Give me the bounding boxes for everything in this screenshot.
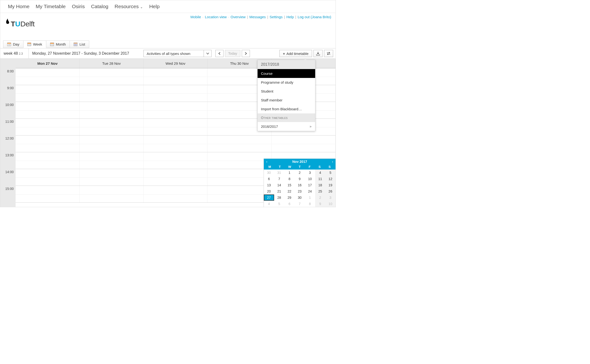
- menu-item-course[interactable]: Course: [258, 69, 315, 78]
- minical-day[interactable]: 27: [264, 195, 274, 201]
- activity-filter[interactable]: Activities of all types shown: [143, 50, 212, 57]
- minical-day[interactable]: 20: [264, 188, 274, 195]
- minical-day[interactable]: 3: [305, 169, 315, 176]
- nav-my-home[interactable]: My Home: [8, 4, 30, 9]
- calendar-day-icon: 10: [7, 43, 11, 46]
- day-header-wed: Wed 29 Nov: [144, 59, 208, 68]
- minical-day[interactable]: 8: [284, 176, 295, 182]
- minical-day[interactable]: 26: [325, 188, 336, 195]
- minical-day[interactable]: 18: [315, 182, 325, 188]
- toolbar: week 482.3 Monday, 27 November 2017 - Su…: [0, 48, 336, 59]
- minical-prev-button[interactable]: ‹: [266, 160, 267, 163]
- minical-day[interactable]: 10: [305, 176, 315, 182]
- minical-day[interactable]: 2: [315, 195, 325, 201]
- menu-item-prev-year[interactable]: 2016/2017 ▶: [258, 122, 315, 131]
- minical-day[interactable]: 12: [325, 176, 336, 182]
- add-timetable-button[interactable]: + Add timetable: [279, 50, 312, 57]
- minical-day[interactable]: 29: [284, 195, 295, 201]
- tab-list[interactable]: List: [70, 40, 89, 48]
- link-settings[interactable]: Settings: [270, 15, 283, 19]
- minical-day[interactable]: 30: [264, 169, 274, 176]
- menu-item-import-blackboard[interactable]: Import from Blackboard…: [258, 104, 315, 113]
- minical-day[interactable]: 6: [264, 176, 274, 182]
- minical-day[interactable]: 16: [295, 182, 305, 188]
- minical-day[interactable]: 5: [325, 169, 336, 176]
- link-location-view[interactable]: Location view: [205, 15, 227, 19]
- nav-my-timetable[interactable]: My Timetable: [36, 4, 66, 9]
- minical-days: 3031123456789101112131415161718192021222…: [264, 169, 336, 207]
- minical-day[interactable]: 4: [264, 201, 274, 207]
- minical-day[interactable]: 23: [295, 188, 305, 195]
- nav-catalog[interactable]: Catalog: [91, 4, 108, 9]
- minical-dow: W: [285, 165, 295, 169]
- time-label: 12:00: [0, 136, 16, 152]
- download-button[interactable]: [313, 50, 323, 57]
- minical-next-button[interactable]: ›: [332, 160, 333, 163]
- prev-week-button[interactable]: [215, 50, 224, 57]
- calendar-week-icon: [27, 43, 31, 46]
- minical-dow: T: [275, 165, 285, 169]
- minical-day[interactable]: 5: [274, 201, 285, 207]
- nav-resources[interactable]: Resources⌄: [115, 4, 143, 9]
- minical-day[interactable]: 8: [305, 201, 315, 207]
- day-header-mon: Mon 27 Nov: [16, 59, 80, 68]
- minical-day[interactable]: 17: [305, 182, 315, 188]
- add-timetable-menu: 2017/2018 Course Programme of study Stud…: [257, 60, 315, 131]
- tab-month[interactable]: Month: [46, 40, 70, 48]
- minical-day[interactable]: 10: [325, 201, 336, 207]
- minical-day[interactable]: 31: [274, 169, 285, 176]
- time-label: 10:00: [0, 102, 16, 119]
- nav-osiris[interactable]: Osiris: [72, 4, 85, 9]
- link-help[interactable]: Help: [286, 15, 294, 19]
- top-navigation: My Home My Timetable Osiris Catalog Reso…: [0, 0, 336, 13]
- logo-tudelft: TUDelft: [5, 20, 34, 28]
- minical-day[interactable]: 30: [295, 195, 305, 201]
- minical-day[interactable]: 11: [315, 176, 325, 182]
- calendar-list-icon: [74, 43, 78, 46]
- minical-day[interactable]: 1: [305, 195, 315, 201]
- time-label: 9:00: [0, 85, 16, 102]
- menu-item-student[interactable]: Student: [258, 87, 315, 96]
- plus-icon: +: [283, 52, 285, 56]
- menu-item-programme[interactable]: Programme of study: [258, 78, 315, 87]
- utility-links: Mobile · Location view · Overview | Mess…: [0, 13, 336, 19]
- minical-day[interactable]: 3: [325, 195, 336, 201]
- flame-icon: [5, 18, 10, 25]
- sync-button[interactable]: [324, 50, 333, 57]
- chevron-down-icon: ⌄: [140, 5, 143, 9]
- minical-day[interactable]: 1: [284, 169, 295, 176]
- minical-dow-row: MTWTFSS: [264, 164, 336, 169]
- minical-title: Nov 2017: [292, 160, 307, 163]
- tab-day[interactable]: 10 Day: [3, 40, 24, 48]
- nav-help[interactable]: Help: [149, 4, 160, 9]
- minical-day[interactable]: 22: [284, 188, 295, 195]
- today-button[interactable]: Today: [225, 50, 240, 57]
- time-label: 15:00: [0, 186, 16, 203]
- minical-day[interactable]: 21: [274, 188, 285, 195]
- link-mobile[interactable]: Mobile: [190, 15, 201, 19]
- minical-day[interactable]: 13: [264, 182, 274, 188]
- link-messages[interactable]: Messages: [249, 15, 266, 19]
- chevron-down-icon[interactable]: [204, 50, 211, 57]
- minical-day[interactable]: 4: [315, 169, 325, 176]
- minical-day[interactable]: 9: [315, 201, 325, 207]
- minical-day[interactable]: 6: [284, 201, 295, 207]
- menu-item-staff[interactable]: Staff member: [258, 96, 315, 104]
- time-label: 11:00: [0, 119, 16, 136]
- minical-day[interactable]: 28: [274, 195, 285, 201]
- next-week-button[interactable]: [242, 50, 250, 57]
- minical-day[interactable]: 7: [295, 201, 305, 207]
- minical-day[interactable]: 2: [295, 169, 305, 176]
- minical-day[interactable]: 19: [325, 182, 336, 188]
- link-overview[interactable]: Overview: [230, 15, 246, 19]
- minical-day[interactable]: 9: [295, 176, 305, 182]
- menu-year-header: 2017/2018: [258, 60, 315, 69]
- tab-week[interactable]: Week: [23, 40, 46, 48]
- minical-day[interactable]: 14: [274, 182, 285, 188]
- minical-day[interactable]: 7: [274, 176, 285, 182]
- minical-day[interactable]: 25: [315, 188, 325, 195]
- minical-day[interactable]: 15: [284, 182, 295, 188]
- minical-day[interactable]: 24: [305, 188, 315, 195]
- time-label: 13:00: [0, 152, 16, 169]
- link-logout[interactable]: Log out (Joana Brito): [298, 15, 331, 19]
